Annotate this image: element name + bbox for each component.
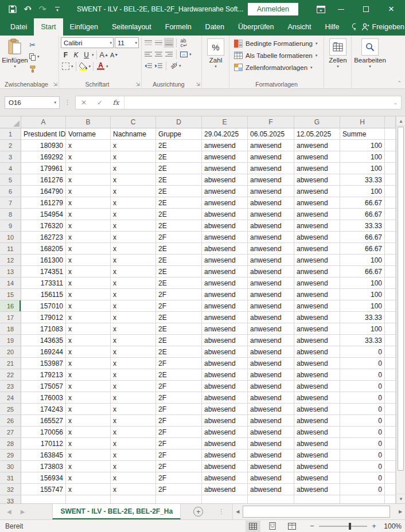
cell-B14[interactable]: x — [66, 277, 111, 289]
cell-F18[interactable]: anwesend — [248, 323, 294, 335]
cell-F16[interactable]: anwesend — [248, 300, 294, 312]
cell-E22[interactable]: abwesend — [202, 369, 248, 381]
cell-filler-17[interactable] — [385, 312, 396, 323]
cell-D19[interactable]: 2E — [156, 335, 202, 346]
cell-D9[interactable]: 2E — [156, 220, 202, 232]
cell-H31[interactable]: 0 — [340, 472, 385, 484]
cell-filler-22[interactable] — [385, 369, 396, 381]
formula-bar-expand-icon[interactable]: ⌄ — [390, 100, 401, 105]
cell-H30[interactable]: 0 — [340, 461, 385, 472]
cell-A2[interactable]: 180930 — [21, 140, 66, 151]
cell-D12[interactable]: 2E — [156, 255, 202, 266]
column-header-A[interactable]: A — [21, 116, 66, 128]
cell-H4[interactable]: 100 — [340, 163, 385, 174]
decrease-indent-icon[interactable] — [143, 61, 153, 71]
horizontal-scroll-thumb[interactable] — [243, 506, 390, 518]
editing-button[interactable]: Bearbeiten ▾ — [353, 37, 387, 69]
cell-D8[interactable]: 2E — [156, 209, 202, 220]
zoom-level[interactable]: 100% — [383, 522, 405, 530]
cell-H25[interactable]: 0 — [340, 404, 385, 415]
page-layout-view-icon[interactable] — [265, 521, 280, 532]
cell-C7[interactable]: x — [111, 197, 156, 209]
cell-H3[interactable]: 100 — [340, 151, 385, 163]
row-header-26[interactable]: 26 — [0, 415, 21, 427]
cell-A30[interactable]: 173803 — [21, 461, 66, 472]
cell-G31[interactable]: abwesend — [294, 472, 340, 484]
cell-H22[interactable]: 0 — [340, 369, 385, 381]
cell-E8[interactable]: abwesend — [202, 209, 248, 220]
underline-button[interactable]: U — [81, 50, 91, 60]
cell-F25[interactable]: abwesend — [248, 404, 294, 415]
cell-F21[interactable]: abwesend — [248, 358, 294, 369]
zoom-out-icon[interactable]: − — [307, 522, 317, 530]
cell-B19[interactable]: x — [66, 335, 111, 346]
cell-E11[interactable]: abwesend — [202, 243, 248, 255]
cell-D33[interactable] — [156, 495, 202, 503]
cell-F17[interactable]: abwesend — [248, 312, 294, 323]
row-header-11[interactable]: 11 — [0, 243, 21, 255]
row-header-27[interactable]: 27 — [0, 427, 21, 438]
cell-C13[interactable]: x — [111, 266, 156, 277]
cell-B20[interactable]: x — [66, 346, 111, 358]
cell-B4[interactable]: x — [66, 163, 111, 174]
cell-F1[interactable]: 06.05.2025 — [248, 128, 294, 140]
cell-A31[interactable]: 156934 — [21, 472, 66, 484]
cell-F31[interactable]: abwesend — [248, 472, 294, 484]
cell-E32[interactable]: abwesend — [202, 484, 248, 495]
cell-B2[interactable]: x — [66, 140, 111, 151]
cell-H32[interactable]: 0 — [340, 484, 385, 495]
cell-G16[interactable]: anwesend — [294, 300, 340, 312]
cell-F9[interactable]: abwesend — [248, 220, 294, 232]
cell-C14[interactable]: x — [111, 277, 156, 289]
cell-D20[interactable]: 2E — [156, 346, 202, 358]
column-header-C[interactable]: C — [111, 116, 156, 128]
cell-A25[interactable]: 174243 — [21, 404, 66, 415]
active-sheet-tab[interactable]: SWENT - ILV - BEL-2E, BEL-2F_Ha — [52, 504, 181, 519]
tab-formeln[interactable]: Formeln — [158, 18, 198, 36]
row-header-23[interactable]: 23 — [0, 381, 21, 392]
cell-D3[interactable]: 2E — [156, 151, 202, 163]
cell-A29[interactable]: 163845 — [21, 449, 66, 461]
align-right-icon[interactable] — [164, 49, 174, 59]
cell-D5[interactable]: 2E — [156, 174, 202, 186]
tab-daten[interactable]: Daten — [198, 18, 231, 36]
row-header-29[interactable]: 29 — [0, 449, 21, 461]
cell-A3[interactable]: 169292 — [21, 151, 66, 163]
cell-B12[interactable]: x — [66, 255, 111, 266]
cell-H29[interactable]: 0 — [340, 449, 385, 461]
font-size-combo[interactable]: 11▾ — [115, 37, 139, 48]
cell-H33[interactable] — [340, 495, 385, 503]
cell-E6[interactable]: anwesend — [202, 186, 248, 197]
cell-filler-4[interactable] — [385, 163, 396, 174]
close-button[interactable]: × — [379, 0, 404, 18]
row-header-25[interactable]: 25 — [0, 404, 21, 415]
cell-H24[interactable]: 0 — [340, 392, 385, 404]
scroll-up-icon[interactable]: ▲ — [396, 116, 405, 126]
cell-E21[interactable]: abwesend — [202, 358, 248, 369]
cell-F22[interactable]: abwesend — [248, 369, 294, 381]
row-header-6[interactable]: 6 — [0, 186, 21, 197]
cell-C30[interactable]: x — [111, 461, 156, 472]
cell-E7[interactable]: anwesend — [202, 197, 248, 209]
cell-G17[interactable]: abwesend — [294, 312, 340, 323]
cell-G28[interactable]: abwesend — [294, 438, 340, 449]
cell-A20[interactable]: 169244 — [21, 346, 66, 358]
cell-C12[interactable]: x — [111, 255, 156, 266]
cell-D18[interactable]: 2E — [156, 323, 202, 335]
cell-F30[interactable]: abwesend — [248, 461, 294, 472]
align-top-icon[interactable] — [143, 38, 153, 48]
cell-H6[interactable]: 100 — [340, 186, 385, 197]
cell-filler-26[interactable] — [385, 415, 396, 427]
cell-H14[interactable]: 100 — [340, 277, 385, 289]
cell-D13[interactable]: 2E — [156, 266, 202, 277]
cell-D7[interactable]: 2E — [156, 197, 202, 209]
cell-F13[interactable]: abwesend — [248, 266, 294, 277]
copy-button[interactable]: ▾ — [28, 52, 41, 62]
scroll-down-icon[interactable]: ▼ — [396, 494, 405, 503]
cut-button[interactable]: ✂ — [28, 40, 41, 50]
clipboard-dialog-launcher-icon[interactable]: ⇲ — [53, 82, 57, 87]
cell-B25[interactable]: x — [66, 404, 111, 415]
cell-B1[interactable]: Vorname — [66, 128, 111, 140]
cell-C5[interactable]: x — [111, 174, 156, 186]
cell-filler-32[interactable] — [385, 484, 396, 495]
